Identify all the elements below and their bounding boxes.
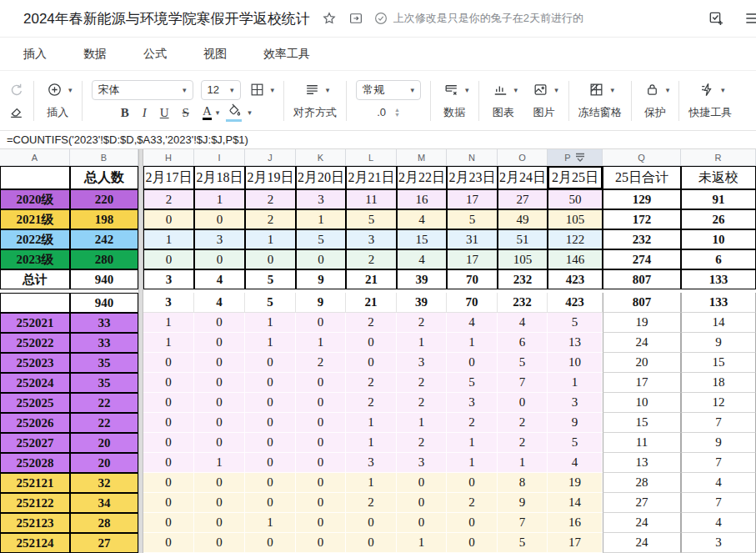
cell-date-header[interactable]: 2月19日: [245, 166, 296, 189]
cell-sum[interactable]: 24: [603, 513, 681, 533]
cell-value[interactable]: 2: [245, 209, 296, 229]
cell-value[interactable]: 0: [397, 493, 447, 513]
cell-value[interactable]: 70: [447, 293, 498, 313]
chart-icon[interactable]: [493, 82, 508, 98]
chevron-down-icon[interactable]: ▾: [465, 86, 469, 94]
cell-value[interactable]: 0: [447, 473, 498, 493]
cell-value[interactable]: 3: [397, 453, 447, 473]
cell-value[interactable]: 1: [245, 333, 296, 353]
cell-value[interactable]: 5: [447, 373, 498, 393]
cell-value[interactable]: 7: [498, 513, 548, 533]
cell-date-header[interactable]: 2月21日: [346, 166, 397, 189]
cell-value[interactable]: 1: [397, 533, 447, 553]
cell-value[interactable]: 14: [548, 493, 603, 513]
cell-value[interactable]: 3: [548, 393, 603, 413]
cell-value[interactable]: 0: [245, 453, 296, 473]
cell-total[interactable]: 20: [70, 433, 138, 453]
cell-not-returned[interactable]: 26: [681, 209, 756, 229]
cell-total-header[interactable]: 总人数: [70, 166, 138, 189]
redo-icon[interactable]: [8, 79, 24, 101]
cell-value[interactable]: 2: [245, 189, 296, 209]
chevron-down-icon[interactable]: ▾: [248, 108, 252, 117]
cell-value[interactable]: 2: [296, 353, 346, 373]
protect-label[interactable]: 保护: [644, 103, 666, 123]
cell-value[interactable]: 70: [447, 269, 498, 289]
image-label[interactable]: 图片: [533, 103, 554, 123]
star-icon[interactable]: [322, 11, 337, 26]
cell-total[interactable]: 35: [70, 373, 138, 393]
chevron-down-icon[interactable]: ▾: [721, 86, 725, 94]
cell-not-returned[interactable]: 133: [681, 293, 756, 313]
cell-value[interactable]: 4: [548, 453, 603, 473]
cell-value[interactable]: 1: [245, 229, 296, 249]
cell-sum[interactable]: 232: [603, 229, 681, 249]
cell-class-label[interactable]: 252024: [0, 373, 70, 393]
column-header-A[interactable]: A: [0, 149, 70, 166]
cell-not-returned[interactable]: 10: [681, 229, 756, 249]
quick-tools-lightning-icon[interactable]: [699, 82, 715, 98]
cell-value[interactable]: 0: [245, 533, 296, 553]
cell-value[interactable]: 0: [245, 249, 296, 269]
chevron-down-icon[interactable]: ▾: [271, 86, 275, 94]
lock-icon[interactable]: [644, 82, 660, 98]
cell-value[interactable]: 1: [447, 433, 498, 453]
column-header-O[interactable]: O: [498, 149, 548, 166]
cell-sum[interactable]: 274: [603, 249, 681, 269]
cell-value[interactable]: 423: [548, 269, 603, 289]
cell-total[interactable]: 27: [70, 533, 138, 553]
overflow-menu-icon[interactable]: [739, 10, 756, 27]
cell-not-returned[interactable]: 4: [681, 513, 756, 533]
cell-value[interactable]: 2: [498, 413, 548, 433]
cell-not-returned[interactable]: 4: [681, 473, 756, 493]
cell-value[interactable]: 0: [296, 493, 346, 513]
cell-sum[interactable]: 24: [603, 533, 681, 553]
cell-not-returned[interactable]: 12: [681, 393, 756, 413]
cell-class-label[interactable]: 252026: [0, 413, 70, 433]
cell-class-label[interactable]: 2022级: [0, 229, 70, 249]
cell-value[interactable]: 0: [296, 393, 346, 413]
cell-value[interactable]: 122: [548, 229, 603, 249]
cell-sum[interactable]: 129: [603, 189, 681, 209]
cell-total[interactable]: 33: [70, 313, 138, 333]
cell-not-returned[interactable]: 3: [681, 533, 756, 553]
cell-total[interactable]: 22: [70, 413, 138, 433]
cell-value[interactable]: 3: [194, 229, 245, 249]
cell-value[interactable]: 0: [296, 453, 346, 473]
cell-value[interactable]: 0: [447, 513, 498, 533]
chevron-down-icon[interactable]: ▾: [666, 86, 670, 94]
cell-value[interactable]: 2: [346, 393, 397, 413]
cell-value[interactable]: 0: [143, 513, 194, 533]
cell-total[interactable]: 20: [70, 453, 138, 473]
cell-value[interactable]: 0: [194, 373, 245, 393]
cell-value[interactable]: 1: [548, 373, 603, 393]
cell-value[interactable]: 5: [296, 229, 346, 249]
cell-value[interactable]: 4: [498, 313, 548, 333]
cell-value[interactable]: 0: [143, 533, 194, 553]
cell-class-label[interactable]: 252028: [0, 453, 70, 473]
cell-value[interactable]: 1: [296, 209, 346, 229]
menu-formulas[interactable]: 公式: [143, 47, 167, 62]
cell-total[interactable]: 34: [70, 493, 138, 513]
cell-not-returned[interactable]: 7: [681, 493, 756, 513]
cell-value[interactable]: 0: [296, 513, 346, 533]
cell-value[interactable]: 0: [143, 413, 194, 433]
cell-value[interactable]: 8: [498, 473, 548, 493]
cell-sum[interactable]: 17: [603, 373, 681, 393]
cell-not-returned[interactable]: 7: [681, 453, 756, 473]
cell-value[interactable]: 0: [194, 313, 245, 333]
chevron-down-icon[interactable]: ▾: [514, 86, 518, 94]
cell-value[interactable]: 2: [397, 393, 447, 413]
cell-value[interactable]: 5: [498, 533, 548, 553]
decimal-button[interactable]: .0: [377, 106, 386, 118]
cell-value[interactable]: 5: [548, 433, 603, 453]
cell-date-header[interactable]: 2月18日: [194, 166, 245, 189]
column-header-M[interactable]: M: [397, 149, 447, 166]
cell-value[interactable]: 4: [397, 209, 447, 229]
cell-value[interactable]: 0: [143, 353, 194, 373]
cell-value[interactable]: 0: [194, 249, 245, 269]
cell-value[interactable]: 2: [346, 313, 397, 333]
cell-value[interactable]: 423: [548, 293, 603, 313]
cell-value[interactable]: 9: [296, 269, 346, 289]
cell-value[interactable]: 5: [498, 353, 548, 373]
cell-value[interactable]: 5: [447, 209, 498, 229]
